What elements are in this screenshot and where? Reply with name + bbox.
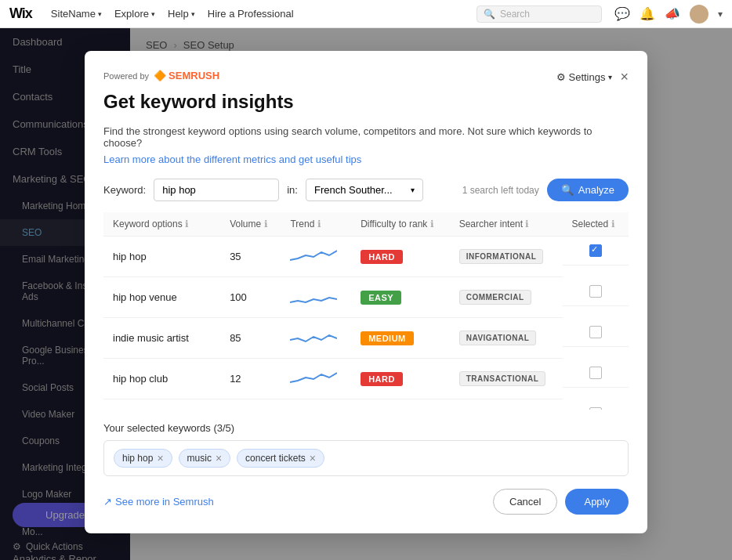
info-icon[interactable]: ℹ [611,219,615,229]
top-nav: Wix SiteName ▾ Explore▾ Help▾ Hire a Pro… [0,0,732,28]
cancel-button[interactable]: Cancel [493,489,557,515]
difficulty-cell: MEDIUM [351,318,450,359]
selected-cell[interactable] [563,318,629,347]
in-label: in: [287,184,298,196]
info-icon[interactable]: ℹ [430,219,434,229]
external-link-icon: ↗ [103,496,112,508]
tag-remove-button[interactable]: × [157,453,163,464]
selected-cell[interactable] [563,237,629,266]
table-row: hip hop club 12 HARD TRANSACTIONAL [103,359,629,399]
modal-description: Find the strongest keyword options using… [103,125,629,149]
info-icon[interactable]: ℹ [264,219,268,229]
avatar[interactable] [690,5,708,23]
tag-remove-button[interactable]: × [216,453,222,464]
keyword-label: Keyword: [103,184,146,196]
col-volume: Volume ℹ [220,212,281,237]
country-chevron-icon: ▾ [411,186,415,194]
keyword-tag: music× [179,449,231,468]
volume-cell: 100 [220,277,281,318]
keyword-table-container: Keyword options ℹ Volume ℹ Trend ℹ Diffi… [103,212,629,410]
nav-chevron-icon[interactable]: ▾ [718,9,723,20]
explore-chevron-icon: ▾ [151,10,155,18]
search-bar[interactable]: 🔍 Search [477,5,602,23]
info-icon[interactable]: ℹ [185,219,189,229]
col-selected: Selected ℹ [563,212,629,237]
learn-more-link[interactable]: Learn more about the different metrics a… [103,154,361,165]
volume-cell: 35 [220,237,281,277]
megaphone-icon[interactable]: 📣 [665,6,680,21]
info-icon[interactable]: ℹ [525,219,529,229]
selected-cell[interactable] [563,359,629,388]
bell-icon[interactable]: 🔔 [640,6,655,21]
col-difficulty: Difficulty to rank ℹ [351,212,450,237]
table-row: hip hop venue 100 EASY COMMERCIAL [103,277,629,318]
row-checkbox[interactable] [589,285,602,298]
search-icon: 🔍 [484,9,495,20]
volume-cell: 85 [220,318,281,359]
hire-nav[interactable]: Hire a Professional [208,8,294,20]
help-nav[interactable]: Help▾ [168,8,195,20]
semrush-icon: 🔶 [154,70,166,81]
row-checkbox[interactable] [589,326,602,338]
search-icon: 🔍 [561,184,574,196]
footer-actions: Cancel Apply [493,489,629,515]
keyword-table-body: hip hop 35 HARD INFORMATIONAL hip hop ve… [103,237,629,410]
semrush-logo: 🔶 SEMRUSH [154,70,219,81]
trend-cell [281,359,351,399]
trend-cell [281,277,351,318]
volume-cell: 12 [220,359,281,399]
explore-nav[interactable]: Explore▾ [114,8,155,20]
tag-remove-button[interactable]: × [310,453,316,464]
apply-button[interactable]: Apply [565,489,629,515]
powered-by: Powered by 🔶 SEMRUSH [103,70,219,81]
keyword-cell: hip hop club [103,359,220,399]
modal-header: Powered by 🔶 SEMRUSH ⚙ Settings ▾ × [103,70,629,88]
table-header: Keyword options ℹ Volume ℹ Trend ℹ Diffi… [103,212,629,237]
keyword-insights-modal: Powered by 🔶 SEMRUSH ⚙ Settings ▾ × Get … [85,51,647,533]
settings-chevron-icon: ▾ [608,73,612,81]
chat-icon[interactable]: 💬 [614,6,630,21]
col-trend: Trend ℹ [281,212,351,237]
settings-button[interactable]: ⚙ Settings ▾ [556,71,613,83]
row-checkbox[interactable] [589,367,602,379]
selected-tags-box: hip hop×music×concert tickets× [103,440,629,476]
modal-title: Get keyword insights [103,91,629,113]
table-row: Music artist protfolio 72 EASY COMMERCIA… [103,399,629,410]
keyword-cell: indie music artist [103,318,220,359]
intent-cell: INFORMATIONAL [450,237,563,277]
col-intent: Searcher intent ℹ [450,212,563,237]
row-checkbox[interactable] [589,407,602,410]
trend-cell [281,237,351,277]
table-row: indie music artist 85 MEDIUM NAVIGATIONA… [103,318,629,359]
wix-logo: Wix [9,5,32,22]
keyword-cell: hip hop [103,237,220,277]
trend-cell [281,318,351,359]
selected-keywords-section: Your selected keywords (3/5) hip hop×mus… [103,422,629,476]
keyword-table: Keyword options ℹ Volume ℹ Trend ℹ Diffi… [103,212,629,410]
site-name-nav[interactable]: SiteName ▾ [51,8,102,20]
keyword-input[interactable] [154,179,279,201]
close-button[interactable]: × [620,70,629,84]
modal-header-right: ⚙ Settings ▾ × [556,70,629,84]
selected-cell[interactable] [563,277,629,306]
keyword-cell: hip hop venue [103,277,220,318]
intent-cell: COMMERCIAL [450,277,563,318]
selected-cell[interactable] [563,399,629,410]
trend-cell [281,399,351,410]
analyze-button[interactable]: 🔍 Analyze [547,179,629,201]
searches-left: 1 search left today [462,185,539,196]
intent-cell: TRANSACTIONAL [450,359,563,399]
info-icon[interactable]: ℹ [317,219,321,229]
help-chevron-icon: ▾ [191,10,195,18]
intent-cell: COMMERCIAL [450,399,563,410]
difficulty-cell: EASY [351,399,450,410]
keyword-search-row: Keyword: in: French Souther... ▾ 1 searc… [103,179,629,201]
keyword-tag: hip hop× [114,449,172,468]
see-more-link[interactable]: ↗ See more in Semrush [103,496,214,508]
col-keyword: Keyword options ℹ [103,212,220,237]
row-checkbox[interactable] [589,244,602,257]
keyword-cell: Music artist protfolio [103,399,220,410]
modal-footer: ↗ See more in Semrush Cancel Apply [103,489,629,515]
table-row: hip hop 35 HARD INFORMATIONAL [103,237,629,277]
country-select[interactable]: French Souther... ▾ [306,179,423,201]
